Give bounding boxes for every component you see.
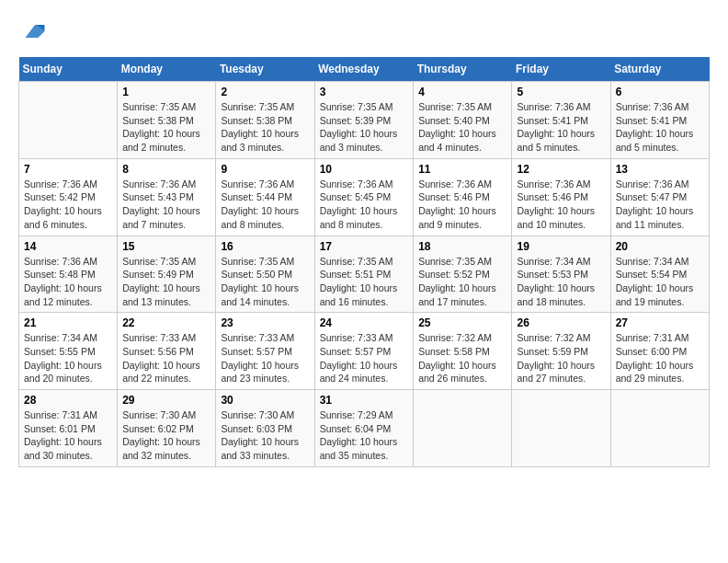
- day-info: Sunrise: 7:35 AMSunset: 5:40 PMDaylight:…: [418, 100, 506, 155]
- calendar-cell: 6Sunrise: 7:36 AMSunset: 5:41 PMDaylight…: [610, 82, 709, 159]
- day-number: 16: [221, 240, 309, 253]
- calendar-cell: 16Sunrise: 7:35 AMSunset: 5:50 PMDayligh…: [216, 236, 314, 313]
- calendar-cell: 3Sunrise: 7:35 AMSunset: 5:39 PMDaylight…: [314, 82, 414, 159]
- calendar-cell: [19, 82, 118, 159]
- day-info: Sunrise: 7:35 AMSunset: 5:51 PMDaylight:…: [320, 255, 409, 309]
- calendar-cell: 22Sunrise: 7:33 AMSunset: 5:56 PMDayligh…: [118, 313, 216, 390]
- day-info: Sunrise: 7:36 AMSunset: 5:42 PMDaylight:…: [24, 178, 112, 232]
- calendar-week-1: 1Sunrise: 7:35 AMSunset: 5:38 PMDaylight…: [19, 82, 710, 159]
- day-info: Sunrise: 7:31 AMSunset: 6:00 PMDaylight:…: [616, 331, 704, 385]
- day-info: Sunrise: 7:35 AMSunset: 5:38 PMDaylight:…: [221, 100, 309, 155]
- day-info: Sunrise: 7:32 AMSunset: 5:59 PMDaylight:…: [517, 331, 605, 385]
- day-number: 3: [320, 86, 409, 98]
- day-number: 22: [122, 316, 210, 329]
- day-number: 6: [616, 86, 704, 98]
- day-info: Sunrise: 7:34 AMSunset: 5:54 PMDaylight:…: [616, 255, 704, 309]
- day-header-saturday: Saturday: [610, 57, 709, 82]
- logo: [18, 18, 48, 48]
- day-number: 7: [24, 163, 112, 176]
- day-header-thursday: Thursday: [414, 57, 512, 82]
- day-number: 2: [221, 86, 309, 98]
- day-info: Sunrise: 7:36 AMSunset: 5:46 PMDaylight:…: [517, 178, 605, 232]
- day-number: 14: [24, 240, 112, 253]
- day-number: 21: [24, 316, 112, 329]
- calendar-cell: 9Sunrise: 7:36 AMSunset: 5:44 PMDaylight…: [216, 158, 314, 236]
- day-number: 20: [616, 240, 704, 253]
- day-number: 23: [221, 316, 309, 329]
- day-info: Sunrise: 7:33 AMSunset: 5:57 PMDaylight:…: [320, 331, 409, 385]
- day-info: Sunrise: 7:35 AMSunset: 5:39 PMDaylight:…: [320, 100, 409, 155]
- calendar-cell: 25Sunrise: 7:32 AMSunset: 5:58 PMDayligh…: [414, 313, 512, 390]
- calendar-cell: 12Sunrise: 7:36 AMSunset: 5:46 PMDayligh…: [512, 158, 610, 236]
- day-number: 19: [517, 240, 605, 253]
- calendar-week-2: 7Sunrise: 7:36 AMSunset: 5:42 PMDaylight…: [19, 158, 710, 236]
- day-info: Sunrise: 7:36 AMSunset: 5:45 PMDaylight:…: [320, 178, 409, 232]
- day-number: 11: [418, 163, 506, 176]
- day-number: 5: [517, 86, 605, 98]
- day-number: 12: [517, 163, 605, 176]
- calendar-cell: 13Sunrise: 7:36 AMSunset: 5:47 PMDayligh…: [610, 158, 709, 236]
- day-number: 25: [418, 316, 506, 329]
- day-header-monday: Monday: [118, 57, 216, 82]
- day-number: 9: [221, 163, 309, 176]
- calendar-cell: 20Sunrise: 7:34 AMSunset: 5:54 PMDayligh…: [610, 236, 709, 313]
- calendar-cell: 18Sunrise: 7:35 AMSunset: 5:52 PMDayligh…: [414, 236, 512, 313]
- calendar-week-4: 21Sunrise: 7:34 AMSunset: 5:55 PMDayligh…: [19, 313, 710, 390]
- day-info: Sunrise: 7:30 AMSunset: 6:02 PMDaylight:…: [122, 408, 210, 463]
- calendar-cell: 21Sunrise: 7:34 AMSunset: 5:55 PMDayligh…: [19, 313, 118, 390]
- calendar-cell: 29Sunrise: 7:30 AMSunset: 6:02 PMDayligh…: [118, 390, 216, 467]
- day-info: Sunrise: 7:36 AMSunset: 5:44 PMDaylight:…: [221, 178, 309, 232]
- day-info: Sunrise: 7:36 AMSunset: 5:46 PMDaylight:…: [418, 178, 506, 232]
- calendar-cell: 24Sunrise: 7:33 AMSunset: 5:57 PMDayligh…: [314, 313, 414, 390]
- day-number: 29: [122, 394, 210, 407]
- calendar-cell: 17Sunrise: 7:35 AMSunset: 5:51 PMDayligh…: [314, 236, 414, 313]
- day-number: 1: [122, 86, 210, 98]
- calendar-cell: 4Sunrise: 7:35 AMSunset: 5:40 PMDaylight…: [414, 82, 512, 159]
- calendar-cell: 1Sunrise: 7:35 AMSunset: 5:38 PMDaylight…: [118, 82, 216, 159]
- day-info: Sunrise: 7:35 AMSunset: 5:38 PMDaylight:…: [122, 100, 210, 155]
- day-info: Sunrise: 7:34 AMSunset: 5:55 PMDaylight:…: [24, 331, 112, 385]
- day-number: 13: [616, 163, 704, 176]
- day-number: 4: [418, 86, 506, 98]
- day-number: 24: [320, 316, 409, 329]
- day-number: 28: [24, 394, 112, 407]
- day-info: Sunrise: 7:35 AMSunset: 5:50 PMDaylight:…: [221, 255, 309, 309]
- calendar-cell: 14Sunrise: 7:36 AMSunset: 5:48 PMDayligh…: [19, 236, 118, 313]
- calendar-cell: 27Sunrise: 7:31 AMSunset: 6:00 PMDayligh…: [610, 313, 709, 390]
- day-number: 8: [122, 163, 210, 176]
- calendar-cell: [610, 390, 709, 467]
- calendar-cell: [414, 390, 512, 467]
- page-header: [18, 18, 710, 48]
- day-info: Sunrise: 7:31 AMSunset: 6:01 PMDaylight:…: [24, 408, 112, 463]
- day-info: Sunrise: 7:36 AMSunset: 5:41 PMDaylight:…: [517, 100, 605, 155]
- calendar-cell: 26Sunrise: 7:32 AMSunset: 5:59 PMDayligh…: [512, 313, 610, 390]
- calendar-cell: 30Sunrise: 7:30 AMSunset: 6:03 PMDayligh…: [216, 390, 314, 467]
- calendar-cell: 19Sunrise: 7:34 AMSunset: 5:53 PMDayligh…: [512, 236, 610, 313]
- day-info: Sunrise: 7:36 AMSunset: 5:47 PMDaylight:…: [616, 178, 704, 232]
- logo-icon: [22, 18, 48, 44]
- calendar-cell: 2Sunrise: 7:35 AMSunset: 5:38 PMDaylight…: [216, 82, 314, 159]
- calendar-cell: [512, 390, 610, 467]
- day-number: 26: [517, 316, 605, 329]
- day-header-wednesday: Wednesday: [314, 57, 414, 82]
- day-header-tuesday: Tuesday: [216, 57, 314, 82]
- day-number: 10: [320, 163, 409, 176]
- day-info: Sunrise: 7:29 AMSunset: 6:04 PMDaylight:…: [320, 408, 409, 463]
- day-number: 31: [320, 394, 409, 407]
- calendar-header-row: SundayMondayTuesdayWednesdayThursdayFrid…: [19, 57, 710, 82]
- calendar-week-5: 28Sunrise: 7:31 AMSunset: 6:01 PMDayligh…: [19, 390, 710, 467]
- calendar-cell: 10Sunrise: 7:36 AMSunset: 5:45 PMDayligh…: [314, 158, 414, 236]
- day-info: Sunrise: 7:36 AMSunset: 5:48 PMDaylight:…: [24, 255, 112, 309]
- day-info: Sunrise: 7:30 AMSunset: 6:03 PMDaylight:…: [221, 408, 309, 463]
- calendar-cell: 11Sunrise: 7:36 AMSunset: 5:46 PMDayligh…: [414, 158, 512, 236]
- calendar-cell: 7Sunrise: 7:36 AMSunset: 5:42 PMDaylight…: [19, 158, 118, 236]
- day-info: Sunrise: 7:35 AMSunset: 5:49 PMDaylight:…: [122, 255, 210, 309]
- calendar-cell: 28Sunrise: 7:31 AMSunset: 6:01 PMDayligh…: [19, 390, 118, 467]
- day-info: Sunrise: 7:32 AMSunset: 5:58 PMDaylight:…: [418, 331, 506, 385]
- calendar-cell: 23Sunrise: 7:33 AMSunset: 5:57 PMDayligh…: [216, 313, 314, 390]
- calendar-table: SundayMondayTuesdayWednesdayThursdayFrid…: [18, 57, 710, 467]
- day-info: Sunrise: 7:33 AMSunset: 5:57 PMDaylight:…: [221, 331, 309, 385]
- calendar-cell: 15Sunrise: 7:35 AMSunset: 5:49 PMDayligh…: [118, 236, 216, 313]
- day-number: 15: [122, 240, 210, 253]
- day-info: Sunrise: 7:33 AMSunset: 5:56 PMDaylight:…: [122, 331, 210, 385]
